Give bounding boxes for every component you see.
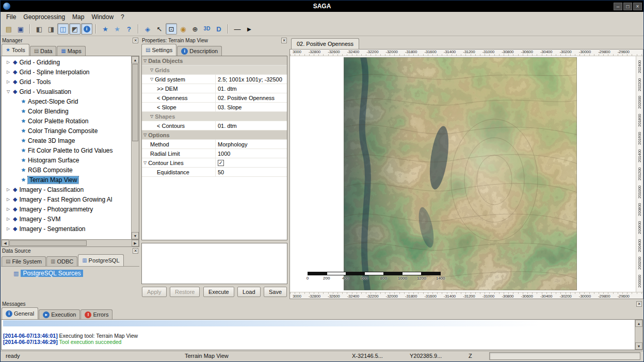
manager-vscrollbar[interactable]: ▲▼ [131, 56, 139, 239]
log-scroll-up-icon[interactable]: ▲ [635, 320, 642, 327]
log-selected-line[interactable] [3, 320, 634, 326]
menu-geoprocessing[interactable]: Geoprocessing [20, 12, 69, 22]
menu-window[interactable]: Window [88, 12, 117, 22]
tree-scroll-track[interactable] [132, 142, 139, 232]
measure-line-button[interactable]: — [232, 23, 243, 35]
log-area[interactable]: [2014-06-07/13:46:01] Executing tool: Te… [1, 319, 643, 350]
tree-category-grid-visualisation[interactable]: ▽◆Grid - Visualisation [3, 87, 131, 96]
property-row-dem[interactable]: >> DEM01. dtm [142, 84, 287, 93]
menu-item[interactable]: ? [117, 12, 128, 22]
property-value[interactable]: 2.5; 1001x 1001y; -32500 [216, 75, 287, 84]
property-value[interactable]: 01. dtm [216, 121, 287, 130]
contour-lines-checkbox[interactable]: ✓ [218, 160, 224, 166]
tree-tool-color-blending[interactable]: ★Color Blending [3, 106, 131, 116]
property-row-options[interactable]: ▽Options [142, 130, 287, 140]
tree-tool-color-triangle-composite[interactable]: ★Color Triangle Composite [3, 126, 131, 136]
tree-tool-fit-color-palette-to-grid-values[interactable]: ★Fit Color Palette to Grid Values [3, 145, 131, 155]
datasource-item-postgresql-sources[interactable]: ▥PostgreSQL Sources [13, 269, 139, 278]
property-row-contour-lines[interactable]: ▽Contour Lines✓ [142, 158, 287, 168]
property-row-grid-system[interactable]: ▽Grid system2.5; 1001x 1001y; -32500 [142, 75, 287, 84]
show-properties-button[interactable]: ◨ [45, 23, 57, 35]
collapse-arrow-icon[interactable]: ▽ [143, 160, 147, 165]
manager-tab-tools[interactable]: ★Tools [2, 44, 29, 56]
show-data-source-button[interactable]: ◫ [57, 23, 69, 35]
log-scroll-track[interactable] [635, 327, 642, 342]
tree-tool-histogram-surface[interactable]: ★Histogram Surface [3, 155, 131, 165]
minimize-button[interactable]: – [614, 3, 622, 10]
log-scrollbar[interactable]: ▲ ▼ [635, 320, 642, 350]
expand-arrow-icon[interactable]: ▷ [6, 207, 11, 211]
tree-tool-terrain-map-view[interactable]: ★Terrain Map View [3, 175, 131, 185]
save-button[interactable]: Save [264, 287, 287, 297]
manager-hscrollbar[interactable]: ◀ ▶ [1, 239, 139, 247]
map-canvas[interactable]: 0200400600800100012001400 [290, 56, 636, 292]
messages-tab-errors[interactable]: !Errors [81, 309, 112, 319]
print-map-button[interactable]: D [213, 23, 224, 35]
save-button[interactable]: ▣ [15, 23, 26, 35]
close-properties-panel-button[interactable]: ✕ [281, 38, 287, 43]
property-row-contours[interactable]: < Contours01. dtm [142, 121, 287, 130]
manager-tree[interactable]: ▷◆Grid - Gridding▷◆Grid - Spline Interpo… [1, 56, 139, 239]
tool-chest-button[interactable]: ★ [111, 23, 123, 35]
show-messages-button[interactable]: ◩ [69, 23, 81, 35]
execute-button[interactable]: Execute [203, 287, 234, 297]
expand-arrow-icon[interactable]: ▷ [6, 79, 11, 84]
property-value[interactable]: 03. Slope [216, 103, 287, 111]
open-file-button[interactable]: ▤ [3, 23, 14, 35]
log-scroll-down-icon[interactable]: ▼ [635, 342, 642, 350]
property-row-openness[interactable]: < Openness02. Positive Openness [142, 93, 287, 103]
property-row-method[interactable]: MethodMorphology [142, 140, 287, 149]
tree-category-imagery-classification[interactable]: ▷◆Imagery - Classification [3, 185, 131, 194]
info-button[interactable]: i [81, 23, 92, 35]
property-value[interactable]: 01. dtm [216, 84, 287, 93]
tree-category-imagery-photogrammetry[interactable]: ▷◆Imagery - Photogrammetry [3, 204, 131, 214]
datasource-tab-file-system[interactable]: ▤File System [2, 256, 46, 266]
properties-tab-settings[interactable]: ▤Settings [141, 44, 176, 56]
property-row-radial-limit[interactable]: Radial Limit1000 [142, 149, 287, 158]
tree-category-grid-gridding[interactable]: ▷◆Grid - Gridding [3, 57, 131, 67]
close-button[interactable]: × [633, 3, 642, 10]
close-manager-panel-button[interactable]: ✕ [133, 38, 138, 43]
tree-scroll-thumb[interactable] [132, 64, 138, 141]
tree-category-imagery-fast-region-growing-al[interactable]: ▷◆Imagery - Fast Region Growing Al [3, 194, 131, 204]
menu-file[interactable]: File [3, 12, 20, 22]
scroll-left-icon[interactable]: ◀ [2, 240, 9, 246]
view-3d-button[interactable]: 3D [201, 23, 213, 35]
datasource-tab-postgresql[interactable]: ▥PostgreSQL [78, 254, 123, 266]
collapse-arrow-icon[interactable]: ▽ [143, 58, 147, 63]
help-button[interactable]: ? [123, 23, 135, 35]
property-row-data-objects[interactable]: ▽Data Objects [142, 56, 287, 65]
collapse-arrow-icon[interactable]: ▽ [150, 114, 153, 119]
load-button[interactable]: Load [237, 287, 260, 297]
pan-button[interactable]: ◉ [178, 23, 189, 35]
properties-tab-description[interactable]: iDescription [177, 46, 222, 56]
map-tab-positive-openness[interactable]: 02. Positive Openness [291, 38, 359, 49]
property-grid[interactable]: ▽Data Objects▽Grids▽Grid system2.5; 1001… [141, 56, 287, 240]
new-map-button[interactable]: ◈ [142, 23, 153, 35]
manager-tab-data[interactable]: ▤Data [30, 46, 57, 56]
property-row-slope[interactable]: < Slope03. Slope [142, 103, 287, 112]
collapse-arrow-icon[interactable]: ▽ [150, 77, 153, 81]
hscroll-track[interactable] [87, 240, 132, 246]
close-data-source-panel-button[interactable]: ✕ [133, 248, 138, 254]
tree-tool-color-palette-rotation[interactable]: ★Color Palette Rotation [3, 116, 131, 126]
property-value[interactable]: ✓ [216, 158, 287, 167]
expand-arrow-icon[interactable]: ▷ [6, 197, 11, 202]
tree-category-grid-tools[interactable]: ▷◆Grid - Tools [3, 77, 131, 87]
property-value[interactable]: 02. Positive Openness [216, 93, 287, 102]
pointer-button[interactable]: ↖ [154, 23, 165, 35]
expand-arrow-icon[interactable]: ▷ [6, 217, 11, 221]
messages-tab-execution[interactable]: ▸Execution [39, 309, 80, 319]
tree-scroll-up-icon[interactable]: ▲ [132, 56, 139, 63]
hscroll-thumb[interactable] [9, 240, 87, 246]
collapse-arrow-icon[interactable]: ▽ [143, 133, 147, 137]
property-row-shapes[interactable]: ▽Shapes [142, 112, 287, 121]
expand-arrow-icon[interactable]: ▷ [6, 60, 11, 64]
property-value[interactable]: 1000 [216, 149, 287, 158]
tree-category-imagery-segmentation[interactable]: ▷◆Imagery - Segmentation [3, 224, 131, 234]
select-arrow-button[interactable]: ► [244, 23, 255, 35]
zoom-in-button[interactable]: ⊕ [189, 23, 201, 35]
collapse-arrow-icon[interactable]: ▽ [150, 68, 153, 72]
tree-category-imagery-svm[interactable]: ▷◆Imagery - SVM [3, 214, 131, 224]
property-row-equidistance[interactable]: Equidistance50 [142, 168, 287, 177]
